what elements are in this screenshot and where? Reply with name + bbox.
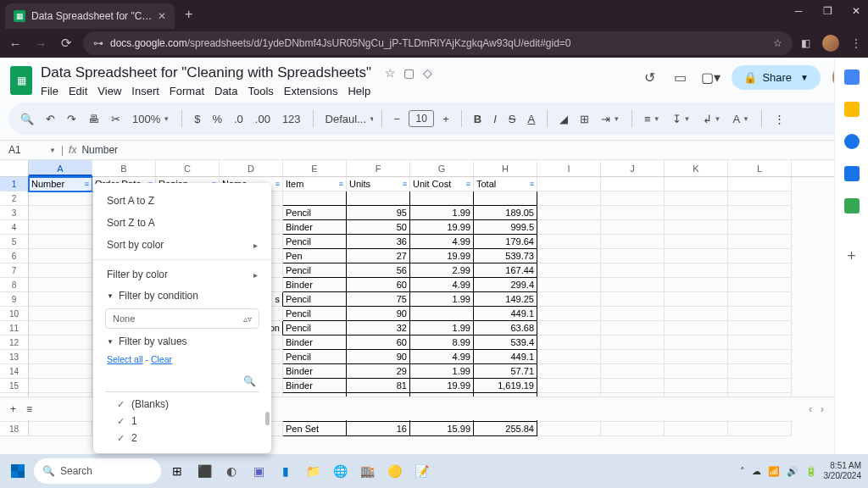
cell[interactable]	[537, 278, 601, 292]
percent-icon[interactable]: %	[209, 110, 225, 128]
star-icon[interactable]: ☆	[385, 66, 396, 80]
cell[interactable]: 539.4	[474, 336, 537, 350]
filter-by-color[interactable]: Filter by color▸	[93, 263, 271, 286]
select-all-link[interactable]: Select all	[107, 354, 143, 364]
row-number[interactable]: 12	[0, 336, 29, 350]
column-header[interactable]: E	[283, 160, 347, 176]
cell[interactable]: Binder	[283, 278, 347, 292]
cell[interactable]	[665, 191, 728, 206]
cell[interactable]	[410, 307, 474, 321]
cell[interactable]: 57.71	[474, 364, 537, 379]
fill-color-icon[interactable]: ◢	[556, 110, 571, 128]
print-icon[interactable]: 🖶	[85, 110, 103, 128]
menu-tools[interactable]: Tools	[248, 85, 273, 97]
column-header[interactable]: J	[601, 160, 665, 176]
cell[interactable]	[665, 235, 728, 249]
cell[interactable]	[728, 321, 792, 336]
decrease-decimal-icon[interactable]: .0	[231, 110, 247, 128]
row-number[interactable]: 10	[0, 307, 29, 321]
select-all-corner[interactable]	[0, 160, 29, 176]
cell[interactable]	[601, 263, 665, 278]
column-header[interactable]: D	[220, 160, 283, 176]
tasks-icon[interactable]	[844, 134, 860, 149]
cell[interactable]: 1.99	[410, 364, 474, 379]
cell[interactable]	[537, 321, 601, 336]
cell[interactable]: 16	[347, 422, 410, 436]
cell[interactable]	[601, 422, 665, 436]
cell[interactable]	[601, 364, 665, 379]
cell[interactable]	[601, 321, 665, 336]
cell[interactable]	[537, 220, 601, 235]
cell[interactable]: 90	[347, 307, 410, 321]
sheet-next-icon[interactable]: ›	[821, 403, 824, 415]
cell[interactable]	[29, 249, 92, 263]
sheet-prev-icon[interactable]: ‹	[809, 403, 812, 415]
row-number[interactable]: 1	[0, 177, 29, 191]
cell[interactable]	[601, 220, 665, 235]
cell[interactable]	[665, 364, 728, 379]
cell[interactable]	[728, 364, 792, 379]
cell[interactable]: 449.1	[474, 350, 537, 364]
cell[interactable]: 29	[347, 364, 410, 379]
cell[interactable]	[29, 321, 92, 336]
meet-icon[interactable]: ▢▾	[701, 69, 720, 86]
cell[interactable]: 50	[347, 220, 410, 235]
borders-icon[interactable]: ⊞	[576, 110, 593, 128]
menu-insert[interactable]: Insert	[131, 85, 159, 97]
cell[interactable]: 56	[347, 263, 410, 278]
column-header[interactable]: B	[92, 160, 156, 176]
cell[interactable]: 60	[347, 336, 410, 350]
profile-avatar-small[interactable]	[822, 35, 839, 52]
paint-format-icon[interactable]: ✂	[108, 110, 124, 128]
close-tab-icon[interactable]: ✕	[158, 10, 166, 22]
cell[interactable]: 81	[347, 379, 410, 393]
cell[interactable]: 449.1	[474, 307, 537, 321]
cell[interactable]	[728, 379, 792, 393]
tray-overflow-icon[interactable]: ˄	[740, 466, 745, 477]
row-number[interactable]: 18	[0, 422, 29, 436]
cell[interactable]: 19.99	[410, 379, 474, 393]
formula-input[interactable]: Number	[81, 144, 118, 156]
cell[interactable]	[537, 235, 601, 249]
row-number[interactable]: 7	[0, 263, 29, 278]
tray-onedrive-icon[interactable]: ☁	[752, 466, 761, 477]
cell[interactable]	[665, 263, 728, 278]
history-icon[interactable]: ↺	[640, 69, 659, 86]
cell[interactable]	[29, 336, 92, 350]
taskbar-search[interactable]: 🔍Search	[34, 458, 161, 484]
undo-icon[interactable]: ↶	[42, 110, 58, 128]
search-menus-icon[interactable]: 🔍	[17, 110, 37, 128]
cell[interactable]: 149.25	[474, 292, 537, 307]
merge-cells-icon[interactable]: ⇥▼	[598, 110, 623, 128]
cell[interactable]	[29, 307, 92, 321]
cell[interactable]	[728, 336, 792, 350]
cell[interactable]: Binder	[283, 220, 347, 235]
cell[interactable]: Pencil	[283, 307, 347, 321]
window-minimize-icon[interactable]: ─	[792, 5, 805, 17]
maps-icon[interactable]	[844, 198, 860, 214]
cell[interactable]	[665, 206, 728, 220]
filter-icon[interactable]: ≡	[339, 177, 343, 191]
filter-icon[interactable]: ≡	[530, 177, 534, 191]
cell[interactable]	[537, 422, 601, 436]
comments-icon[interactable]: ▭	[670, 69, 689, 86]
currency-icon[interactable]: $	[191, 110, 203, 128]
cell[interactable]	[601, 307, 665, 321]
filter-search-input[interactable]: 🔍	[105, 370, 259, 392]
row-number[interactable]: 6	[0, 249, 29, 263]
cell[interactable]: 19.99	[410, 220, 474, 235]
filter-value-item[interactable]: ✓1	[93, 413, 271, 430]
row-number[interactable]: 5	[0, 235, 29, 249]
calendar-icon[interactable]	[844, 69, 860, 85]
cell[interactable]	[601, 336, 665, 350]
cell[interactable]	[728, 263, 792, 278]
taskbar-app[interactable]: 🏬	[356, 460, 378, 482]
cell[interactable]: 167.44	[474, 263, 537, 278]
filter-by-values[interactable]: ▼Filter by values	[93, 331, 271, 352]
header-cell[interactable]: Total≡	[474, 177, 537, 191]
cell[interactable]	[29, 220, 92, 235]
cell[interactable]	[665, 422, 728, 436]
taskbar-app[interactable]: ⬛	[193, 460, 215, 482]
cell[interactable]	[728, 220, 792, 235]
cell[interactable]	[537, 292, 601, 307]
